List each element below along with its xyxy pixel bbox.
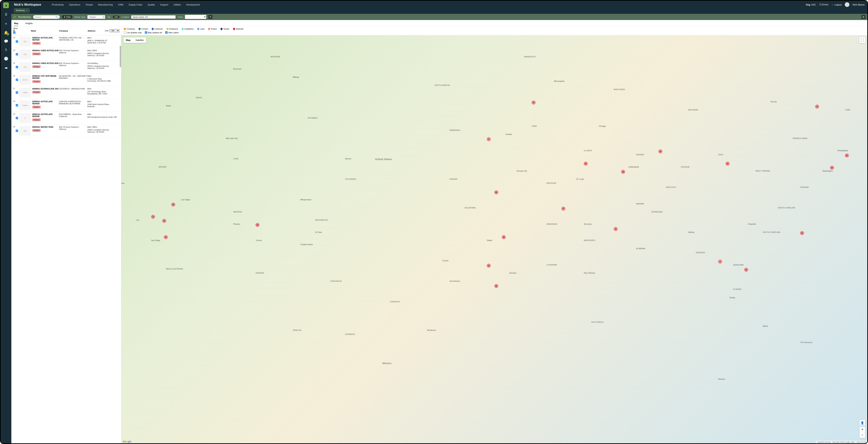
table-row[interactable]: 27 Collins 00589A1 ECONOCLAVE 3X5Project… bbox=[11, 86, 121, 99]
row-checkbox[interactable] bbox=[16, 117, 18, 119]
legend-contact[interactable]: Contact bbox=[138, 28, 148, 30]
map-marker[interactable]: 64 bbox=[658, 149, 662, 153]
map-marker[interactable]: 84 bbox=[725, 162, 730, 166]
show-all-checkbox[interactable] bbox=[13, 31, 16, 34]
zoom-out-button[interactable]: − bbox=[860, 432, 865, 438]
search-input[interactable]: 🔍 bbox=[33, 15, 60, 19]
legend-company[interactable]: Company bbox=[124, 28, 135, 30]
nav-supply-chain[interactable]: Supply Chain bbox=[129, 3, 142, 6]
map-marker[interactable]: 96 bbox=[502, 235, 506, 239]
nav-crm[interactable]: CRM bbox=[118, 3, 123, 6]
col-company-header[interactable]: Company bbox=[59, 30, 88, 32]
map-marker[interactable]: 72 bbox=[151, 215, 155, 219]
limit-select[interactable]: 100 bbox=[110, 29, 119, 32]
gear-icon[interactable]: ⚙ bbox=[13, 15, 16, 19]
legend-project[interactable]: Project bbox=[208, 28, 217, 30]
map-marker[interactable]: 50 bbox=[800, 231, 804, 235]
keyboard-shortcuts-link[interactable]: Keyboard shortcuts bbox=[817, 441, 831, 443]
qty-input[interactable] bbox=[113, 15, 120, 19]
chat-icon[interactable]: 💬 bbox=[4, 39, 8, 43]
map-marker[interactable]: 46 bbox=[171, 203, 175, 206]
zoom-in-button[interactable]: + bbox=[860, 426, 865, 432]
terms-link[interactable]: Terms of Use bbox=[857, 441, 866, 443]
map-marker[interactable]: 63 bbox=[845, 153, 849, 158]
map[interactable]: Map Satellite ⛶ 👤 + − Google Keyboard sh… bbox=[121, 35, 867, 443]
logout-link[interactable]: ← Logout bbox=[832, 3, 842, 6]
errors-link[interactable]: ⓘ Errors bbox=[819, 3, 829, 6]
nav-quality[interactable]: Quality bbox=[148, 3, 155, 6]
map-type-map[interactable]: Map bbox=[123, 37, 133, 43]
table-row[interactable]: 25 ASC 00584A1 USED AUTOCLAVEProject ASC… bbox=[11, 61, 121, 73]
map-marker[interactable]: 85 bbox=[255, 223, 259, 227]
map-marker[interactable]: 35 bbox=[584, 162, 588, 166]
row-checkbox[interactable] bbox=[16, 53, 18, 56]
legend-lead[interactable]: Lead bbox=[197, 28, 204, 30]
map-marker[interactable]: 81 bbox=[162, 219, 166, 223]
map-type-satellite[interactable]: Satellite bbox=[133, 37, 146, 43]
row-checkbox[interactable] bbox=[16, 130, 18, 132]
map-marker[interactable]: 1 bbox=[718, 260, 722, 264]
filter-button[interactable]: ▼ Filter bbox=[62, 15, 72, 19]
tab-map[interactable]: Map bbox=[14, 21, 18, 26]
map-marker[interactable]: 8 bbox=[487, 137, 491, 141]
tab-territories[interactable]: Territories ✕ bbox=[14, 8, 29, 12]
table-row[interactable]: 24 ASC 00584A1 USED AUTOCLAVEProject ASC… bbox=[11, 48, 121, 61]
nav-people[interactable]: People bbox=[86, 3, 93, 6]
map-marker[interactable]: 27 bbox=[561, 207, 565, 211]
upload-icon[interactable]: ☁ bbox=[4, 65, 8, 69]
close-icon[interactable]: ✕ bbox=[26, 9, 28, 12]
row-checkbox[interactable] bbox=[16, 104, 18, 106]
legend-vendor[interactable]: Vendor bbox=[220, 28, 229, 30]
col-address-header[interactable]: Address bbox=[88, 30, 105, 32]
nav-support[interactable]: Support bbox=[160, 3, 168, 6]
map-marker[interactable]: 59 bbox=[494, 284, 498, 288]
nav-productivity[interactable]: Productivity bbox=[52, 3, 64, 6]
legend-customer[interactable]: Customer bbox=[152, 28, 163, 30]
settings-icon[interactable]: ⚙ bbox=[862, 15, 866, 19]
run-icon[interactable]: 🏃 bbox=[4, 48, 8, 52]
app-logo[interactable]: a bbox=[3, 2, 9, 8]
nav-utilities[interactable]: Utilities bbox=[174, 3, 181, 6]
row-checkbox[interactable] bbox=[16, 66, 18, 68]
legend-employee[interactable]: Employee bbox=[166, 28, 178, 30]
map-marker[interactable]: 60 bbox=[621, 170, 625, 174]
table-row[interactable]: 23 PCI 00582A1 AUTOCLAVE REPAIRProject P… bbox=[11, 35, 121, 48]
row-checkbox[interactable] bbox=[16, 40, 18, 43]
map-marker[interactable]: 20 bbox=[487, 264, 491, 268]
fullscreen-icon[interactable]: ⛶ bbox=[860, 37, 865, 43]
map-marker[interactable]: 74 bbox=[815, 105, 819, 109]
tab-insights[interactable]: Insights bbox=[25, 21, 33, 26]
list-updates-map-checkbox[interactable]: List updates map bbox=[124, 31, 142, 34]
avatar[interactable] bbox=[845, 2, 849, 7]
location-input[interactable] bbox=[131, 15, 176, 19]
table-row[interactable]: 29 D 00591A1 AUTOCLAVE REPAIRProject DUC… bbox=[11, 112, 121, 125]
map-marker[interactable]: 40 bbox=[830, 166, 834, 170]
hide-labels-checkbox[interactable]: Hide Labels bbox=[165, 31, 179, 34]
views-select[interactable] bbox=[185, 15, 206, 19]
table-row[interactable]: 28 Canyon 00590A1 AUTOCLAVE REPAIRProjec… bbox=[11, 99, 121, 112]
pegman-icon[interactable]: 👤 bbox=[860, 420, 865, 425]
nav-development[interactable]: Development bbox=[186, 3, 200, 6]
bell-icon[interactable]: 🔔2 bbox=[4, 30, 8, 35]
map-marker[interactable]: 92 bbox=[164, 235, 168, 239]
nav-manufacturing[interactable]: Manufacturing bbox=[98, 3, 113, 6]
map-updates-list-checkbox[interactable]: Map updates list bbox=[145, 31, 162, 34]
map-marker[interactable]: 12 bbox=[744, 268, 748, 272]
map-marker[interactable]: 70 bbox=[532, 101, 535, 104]
edit-button[interactable]: ✎ bbox=[208, 15, 212, 19]
legend-selected[interactable]: Selected bbox=[233, 28, 244, 30]
table-row[interactable]: 30 ASC 00593A1 WATER TANKProject ASC Pro… bbox=[11, 125, 121, 137]
table-row[interactable]: 26 GE Avi 00586A1 CPC SOFTWARE REPAIRPro… bbox=[11, 73, 121, 86]
apps-icon[interactable]: ⠿ bbox=[5, 12, 7, 17]
marker-type-select[interactable]: Project bbox=[87, 15, 105, 19]
scrollbar[interactable] bbox=[120, 46, 121, 67]
legend-installation[interactable]: Installation bbox=[182, 28, 194, 30]
row-checkbox[interactable] bbox=[16, 79, 18, 81]
map-marker[interactable]: 76 bbox=[614, 227, 618, 231]
add-icon[interactable]: ＋ bbox=[4, 21, 8, 26]
clock-icon[interactable]: 🕐 bbox=[4, 57, 8, 61]
nav-operations[interactable]: Operations bbox=[69, 3, 80, 6]
map-marker[interactable]: 86 bbox=[494, 191, 498, 194]
row-checkbox[interactable] bbox=[16, 91, 18, 94]
col-name-header[interactable]: Name bbox=[31, 30, 59, 32]
